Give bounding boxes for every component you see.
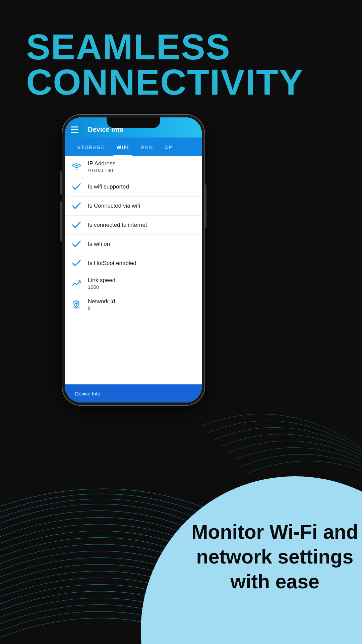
bottom-bar-label: Device Info — [75, 391, 100, 396]
row-link-speed[interactable]: Link speed 1200 — [65, 273, 202, 294]
row-label: Is Connected via wifi — [88, 203, 196, 209]
phone-screen: Device Info AY STORAGE WIFI RAM CP — [65, 117, 202, 402]
callout-text: Monitor Wi-Fi and network settings with … — [181, 520, 362, 594]
tab-display-partial[interactable]: AY — [65, 138, 71, 156]
row-network-id[interactable]: Network Id 6 — [65, 294, 202, 315]
headline-line2: CONNECTIVITY — [26, 65, 304, 100]
svg-point-0 — [76, 169, 77, 170]
row-value: 1200 — [88, 284, 196, 290]
tab-wifi[interactable]: WIFI — [111, 138, 135, 156]
row-label: Link speed — [88, 277, 196, 284]
row-wifi-on[interactable]: Is wifi on — [65, 235, 202, 254]
tab-ram[interactable]: RAM — [135, 138, 159, 156]
tab-storage[interactable]: STORAGE — [71, 138, 111, 156]
check-icon — [71, 201, 82, 211]
phone-mockup: Device Info AY STORAGE WIFI RAM CP — [62, 114, 205, 406]
row-connected-internet[interactable]: Is connected to internet — [65, 216, 202, 235]
row-label: Is HotSpot enabled — [88, 260, 196, 267]
check-icon — [71, 220, 82, 230]
menu-icon[interactable] — [71, 126, 78, 133]
tab-bar: AY STORAGE WIFI RAM CP — [65, 138, 202, 156]
row-label: Network Id — [88, 298, 196, 305]
phone-side-button — [60, 171, 62, 195]
wifi-list: IP Address /10.0.0.148 Is wifi supported — [65, 156, 202, 384]
phone-notch — [107, 117, 160, 128]
marketing-headline: SEAMLESS CONNECTIVITY — [26, 30, 304, 100]
bottom-bar[interactable]: Device Info — [65, 384, 202, 402]
row-ip-address[interactable]: IP Address /10.0.0.148 — [65, 156, 202, 177]
row-label: Is wifi supported — [88, 183, 196, 190]
check-icon — [71, 258, 82, 269]
row-label: Is wifi on — [88, 241, 196, 248]
check-icon — [71, 239, 82, 250]
wifi-icon — [71, 161, 82, 172]
phone-side-button — [60, 201, 62, 241]
row-hotspot[interactable]: Is HotSpot enabled — [65, 254, 202, 273]
check-icon — [71, 181, 82, 192]
phone-side-button — [205, 184, 206, 228]
row-value: /10.0.0.148 — [88, 167, 196, 173]
trend-up-icon — [71, 278, 82, 289]
row-wifi-supported[interactable]: Is wifi supported — [65, 177, 202, 197]
row-label: Is connected to internet — [88, 222, 196, 228]
row-label: IP Address — [88, 160, 196, 167]
tab-cpu-partial[interactable]: CP — [159, 138, 173, 156]
headline-line1: SEAMLESS — [26, 30, 304, 65]
row-connected-wifi[interactable]: Is Connected via wifi — [65, 197, 202, 216]
shield-network-icon — [71, 299, 82, 310]
row-value: 6 — [88, 305, 196, 311]
